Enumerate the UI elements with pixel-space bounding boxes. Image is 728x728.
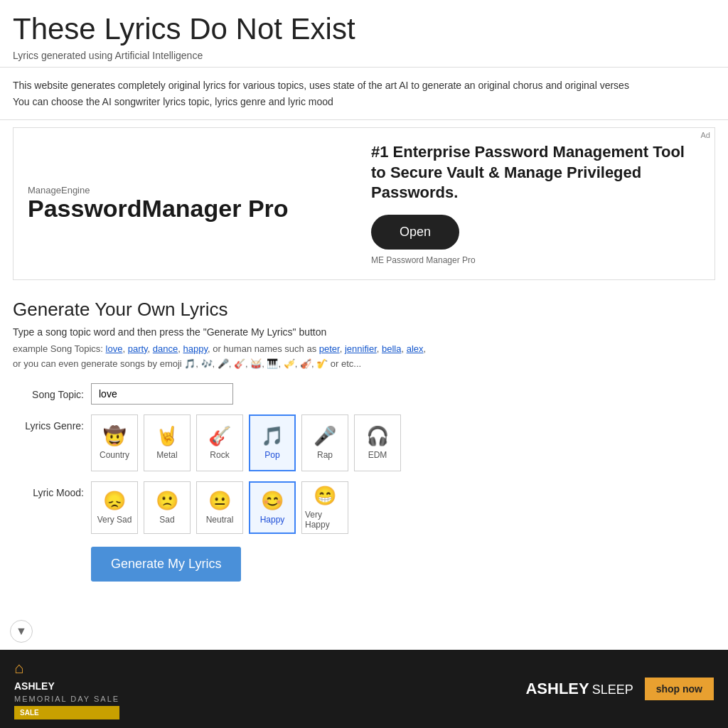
ad-engine-name: ManageEngine [28, 185, 357, 196]
example-alex[interactable]: alex [407, 343, 424, 354]
song-topic-label: Song Topic: [13, 383, 91, 400]
genre-btn-metal[interactable]: 🤘 Metal [144, 414, 191, 471]
ad-product-name: PasswordManager Pro [28, 196, 357, 222]
generator-title: Generate Your Own Lyrics [13, 299, 715, 321]
song-topic-input[interactable] [91, 383, 233, 405]
generate-row: Generate My Lyrics [13, 544, 715, 582]
ad-headline: #1 Enterprise Password Management Tool t… [371, 142, 700, 203]
generator-instructions: Type a song topic word and then press th… [13, 326, 715, 338]
ad-left: ManageEngine PasswordManager Pro [28, 185, 357, 222]
genre-icon-country: 🤠 [103, 425, 126, 447]
mood-label-very-happy: Very Happy [305, 510, 345, 530]
genre-btn-pop[interactable]: 🎵 Pop [249, 414, 296, 471]
mood-icon-neutral: 😐 [208, 490, 231, 512]
example-happy[interactable]: happy [183, 343, 208, 354]
ad-right: #1 Enterprise Password Management Tool t… [357, 142, 700, 265]
description-line2: You can choose the AI songwriter lyrics … [13, 94, 715, 109]
mood-btn-happy[interactable]: 😊 Happy [249, 481, 296, 534]
genre-label-metal: Metal [156, 450, 177, 460]
mood-icon-very-happy: 😁 [314, 485, 336, 507]
mood-btn-very-happy[interactable]: 😁 Very Happy [301, 481, 348, 534]
genre-label-edm: EDM [368, 450, 387, 460]
mood-icon-happy: 😊 [261, 490, 284, 512]
genre-icon-pop: 🎵 [261, 425, 284, 447]
mood-label-happy: Happy [260, 515, 285, 525]
example-bella[interactable]: bella [382, 343, 401, 354]
description-section: This website generates completely origin… [0, 68, 728, 120]
genre-icon-rap: 🎤 [314, 425, 336, 447]
page-title: These Lyrics Do Not Exist [13, 11, 715, 47]
form-section: Song Topic: Lyrics Genre: 🤠 Country 🤘 Me… [13, 383, 715, 582]
song-topic-row: Song Topic: [13, 383, 715, 405]
example-label: example Song Topics: [13, 343, 103, 354]
example-peter[interactable]: peter [319, 343, 340, 354]
lyric-mood-row: Lyric Mood: 😞 Very Sad 🙁 Sad 😐 Neutral 😊… [13, 481, 715, 534]
genre-label-rock: Rock [210, 450, 229, 460]
page-header: These Lyrics Do Not Exist Lyrics generat… [0, 0, 728, 68]
mood-icon-sad: 🙁 [156, 490, 178, 512]
genre-icon-rock: 🎸 [208, 425, 231, 447]
ad-source: ME Password Manager Pro [371, 255, 700, 265]
genre-label-rap: Rap [317, 450, 333, 460]
mood-label-sad: Sad [159, 515, 174, 525]
ad-banner: Ad ManageEngine PasswordManager Pro #1 E… [13, 127, 715, 280]
ad-open-button[interactable]: Open [371, 215, 459, 250]
genre-btn-country[interactable]: 🤠 Country [91, 414, 138, 471]
lyrics-genre-label: Lyrics Genre: [13, 414, 91, 432]
genre-icon-edm: 🎧 [366, 425, 389, 447]
genre-options: 🤠 Country 🤘 Metal 🎸 Rock 🎵 Pop 🎤 Rap 🎧 E… [91, 414, 401, 471]
genre-icon-metal: 🤘 [156, 425, 178, 447]
genre-label-country: Country [100, 450, 129, 460]
page-subtitle: Lyrics generated using Artificial Intell… [13, 50, 715, 61]
mood-btn-neutral[interactable]: 😐 Neutral [196, 481, 243, 534]
genre-label-pop: Pop [264, 450, 279, 460]
ad-corner-label: Ad [701, 131, 710, 139]
generate-button[interactable]: Generate My Lyrics [91, 547, 241, 582]
genre-btn-rock[interactable]: 🎸 Rock [196, 414, 243, 471]
example-topics: example Song Topics: love, party, dance,… [13, 342, 715, 372]
mood-options: 😞 Very Sad 🙁 Sad 😐 Neutral 😊 Happy 😁 Ver… [91, 481, 348, 534]
mood-label-very-sad: Very Sad [97, 515, 132, 525]
mood-icon-very-sad: 😞 [103, 490, 126, 512]
example-love[interactable]: love [106, 343, 123, 354]
lyric-mood-label: Lyric Mood: [13, 481, 91, 498]
example-dance[interactable]: dance [153, 343, 178, 354]
emoji-line: or you can even generate songs by emoji … [13, 358, 361, 369]
mood-btn-very-sad[interactable]: 😞 Very Sad [91, 481, 138, 534]
genre-btn-edm[interactable]: 🎧 EDM [354, 414, 401, 471]
generator-section: Generate Your Own Lyrics Type a song top… [0, 287, 728, 593]
description-line1: This website generates completely origin… [13, 77, 715, 93]
lyrics-genre-row: Lyrics Genre: 🤠 Country 🤘 Metal 🎸 Rock 🎵… [13, 414, 715, 471]
mood-label-neutral: Neutral [206, 515, 234, 525]
mood-btn-sad[interactable]: 🙁 Sad [144, 481, 191, 534]
example-jennifier[interactable]: jennifier [345, 343, 377, 354]
genre-btn-rap[interactable]: 🎤 Rap [301, 414, 348, 471]
example-party[interactable]: party [128, 343, 148, 354]
